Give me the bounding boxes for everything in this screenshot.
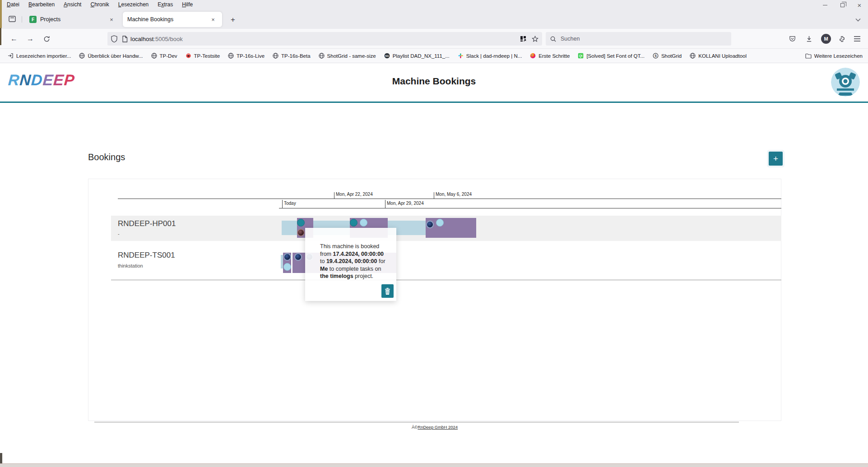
minimize-button[interactable] [817, 0, 834, 10]
globe-icon [319, 53, 325, 59]
scircle-icon: S [653, 53, 659, 59]
pocket-icon [789, 36, 796, 42]
search-input[interactable] [560, 35, 713, 42]
url-host: localhost [130, 36, 153, 42]
tab-overflow-chevron[interactable] [854, 15, 863, 24]
menu-ansicht[interactable]: Ansicht [60, 0, 85, 9]
close-button[interactable]: × [851, 0, 868, 10]
day-tick [282, 200, 283, 208]
add-booking-button[interactable]: + [769, 152, 783, 166]
booking-marker-maroon[interactable] [297, 229, 305, 236]
bookmark-tp-16s-beta[interactable]: TP-16s-Beta [269, 51, 314, 60]
bookmark-kollani-uploadtool[interactable]: KOLLANI Uploadtool [687, 51, 750, 60]
header-accent-line [0, 102, 868, 103]
day-tick [385, 200, 385, 208]
booking-tooltip: This machine is booked from 17.4.2024, 0… [305, 228, 396, 301]
robot-avatar-icon [831, 68, 860, 97]
machine-subtitle: thinkstation [118, 263, 143, 268]
grid-extension-icon[interactable] [520, 36, 526, 42]
svg-text:Qt: Qt [579, 54, 583, 58]
desktop-bottom-band [0, 463, 868, 467]
import-icon [8, 53, 14, 59]
bookmark-erste-schritte[interactable]: Erste Schritte [527, 51, 573, 60]
desktop-edge-artifact [0, 453, 2, 464]
machine-name: RNDEEP-HP001 [118, 219, 176, 228]
day-tick-label: Mon, Apr 29, 2024 [387, 201, 424, 206]
user-avatar[interactable] [831, 68, 860, 97]
tab-close-button[interactable]: × [107, 15, 116, 24]
bookmark-berblick-ber-handw[interactable]: Überblick über Handw... [76, 51, 146, 60]
account-avatar: M [821, 34, 831, 44]
booking-marker-navy[interactable] [294, 253, 302, 261]
restore-button[interactable] [834, 0, 851, 10]
firefox-view-button[interactable] [5, 13, 19, 25]
week-tick-label: Mon, May 6, 2024 [436, 192, 472, 197]
window-titlebar: DateiBearbeitenAnsichtChronikLesezeichen… [0, 0, 868, 9]
globe-icon [151, 53, 157, 59]
booking-marker-navy[interactable] [426, 221, 434, 228]
bookmark-label: TP-Testsite [194, 53, 220, 59]
chevron-down-icon [855, 18, 861, 22]
more-bookmarks-button[interactable]: Weitere Lesezeichen [805, 49, 863, 63]
bookmark-solved-set-font-of-qt[interactable]: Qt[Solved] Set Font of QT... [575, 51, 647, 60]
menu-extras[interactable]: Extras [153, 0, 177, 9]
bookmark-tp-testsite[interactable]: TP-Testsite [182, 51, 223, 60]
bookmark-label: TP-16s-Beta [281, 53, 311, 59]
bookmark-tp-16s-live[interactable]: TP-16s-Live [225, 51, 268, 60]
delete-booking-button[interactable] [381, 284, 394, 298]
account-button[interactable]: M [819, 32, 833, 45]
footer-company-link[interactable]: RnDeep GmbH 2024 [418, 425, 458, 430]
bookmark-slack-dad-rndeep-n[interactable]: Slack | dad-rndeep | N... [455, 51, 525, 60]
search-bar[interactable] [546, 32, 731, 46]
menu-lesezeichen[interactable]: Lesezeichen [114, 0, 153, 9]
globe-icon [273, 53, 279, 59]
url-bar[interactable]: localhost:5005/book [107, 32, 542, 46]
downloads-button[interactable] [802, 32, 816, 45]
pocket-button[interactable] [785, 32, 799, 45]
more-bookmarks-label: Weitere Lesezeichen [814, 53, 863, 59]
tab-machine-bookings[interactable]: Machine Bookings× [123, 12, 222, 27]
close-icon: × [858, 1, 862, 9]
bookmark-tp-dev[interactable]: TP-Dev [148, 51, 181, 60]
booking-marker-teal[interactable] [297, 219, 305, 227]
bookings-heading: Bookings [88, 152, 125, 162]
tab-title: Projects [40, 16, 103, 23]
svg-text:SG: SG [385, 55, 389, 57]
menu-bearbeiten[interactable]: Bearbeiten [24, 0, 59, 9]
menu-button[interactable] [850, 32, 864, 45]
extensions-button[interactable] [835, 32, 849, 45]
bookmark-shotgrid-same-size[interactable]: ShotGrid - same-size [316, 51, 379, 60]
bookmark-shotgrid[interactable]: SShotGrid [650, 51, 685, 60]
booking-marker-lightblue[interactable] [283, 263, 291, 271]
menu-datei[interactable]: Datei [3, 0, 23, 9]
menu-hilfe[interactable]: Hilfe [178, 0, 197, 9]
target-icon [186, 53, 191, 59]
bookmark-lesezeichen-importier[interactable]: Lesezeichen importier... [5, 51, 74, 60]
reload-button[interactable] [40, 32, 53, 45]
bookings-card [88, 179, 781, 421]
booking-marker-navy[interactable] [283, 253, 291, 261]
search-icon [550, 36, 556, 42]
bookmark-label: KOLLANI Uploadtool [698, 53, 747, 59]
bookmark-label: ShotGrid [661, 53, 682, 59]
bookmark-playlist-dad-nx-111[interactable]: SGPlaylist DAD_NX_111_... [381, 51, 453, 60]
shield-icon [111, 35, 117, 42]
menu-bar: DateiBearbeitenAnsichtChronikLesezeichen… [3, 0, 197, 9]
booking-marker-teal[interactable] [350, 219, 357, 227]
booking-marker-lightblue[interactable] [360, 219, 367, 227]
tab-projects[interactable]: FProjects× [25, 12, 121, 27]
bookmark-label: Überblick über Handw... [88, 53, 143, 59]
booking-marker-lightblue[interactable] [436, 219, 444, 227]
back-button[interactable]: ← [7, 32, 21, 45]
bookmark-label: Lesezeichen importier... [16, 53, 71, 59]
booking-segment-purple[interactable] [426, 218, 476, 238]
tab-close-button[interactable]: × [209, 15, 218, 24]
new-tab-button[interactable]: + [227, 14, 238, 25]
svg-text:S: S [654, 54, 657, 57]
bookmarks-bar: Lesezeichen importier...Überblick über H… [0, 49, 868, 63]
bookmark-star-icon[interactable] [532, 36, 538, 42]
menu-chronik[interactable]: Chronik [86, 0, 113, 9]
footer-divider [94, 422, 739, 422]
forward-button[interactable]: → [23, 32, 37, 45]
booking-segment-light[interactable] [282, 221, 297, 235]
